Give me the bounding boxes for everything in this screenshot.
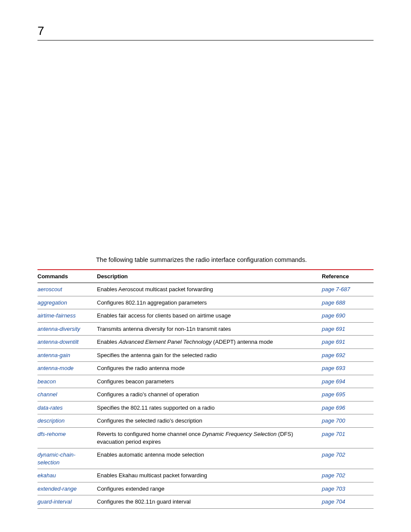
table-row: data-ratesSpecifies the 802.11 rates sup… <box>37 401 374 414</box>
description-cell: Configures the 802.11n guard interval <box>97 495 322 509</box>
command-cell: antenna-mode <box>37 362 97 375</box>
description-cell: Reverts to configured home channel once … <box>97 428 322 448</box>
command-cell: antenna-gain <box>37 348 97 362</box>
command-cell: channel <box>37 388 97 401</box>
table-row: channelConfigures a radio's channel of o… <box>37 388 374 401</box>
command-link[interactable]: airtime-fairness <box>37 312 76 319</box>
description-cell: Configures 802.11n aggregation parameter… <box>97 296 322 309</box>
reference-link[interactable]: page 703 <box>322 485 345 492</box>
reference-link[interactable]: page 7-687 <box>322 286 350 292</box>
table-row: guard-intervalConfigures the 802.11n gua… <box>37 495 374 509</box>
command-cell: dfs-rehome <box>37 428 97 448</box>
command-link[interactable]: dynamic-chain-selection <box>37 451 75 466</box>
command-link[interactable]: aggregation <box>37 299 67 306</box>
description-cell: Enables Advanced Element Panel Technolog… <box>97 336 322 349</box>
description-cell: Enables fair access for clients based on… <box>97 309 322 323</box>
command-cell: ekahau <box>37 469 97 482</box>
reference-cell: page 691 <box>322 322 374 336</box>
reference-link[interactable]: page 695 <box>322 391 345 398</box>
description-cell: Configures beacon parameters <box>97 375 322 388</box>
reference-cell: page 701 <box>322 428 374 448</box>
table-row: aeroscoutEnables Aeroscout multicast pac… <box>37 283 374 296</box>
command-cell: dynamic-chain-selection <box>37 448 97 469</box>
description-italic: Dynamic Frequency Selection <box>202 431 277 437</box>
description-cell: Specifies the antenna gain for the selec… <box>97 348 322 362</box>
reference-link[interactable]: page 702 <box>322 451 345 458</box>
command-cell: description <box>37 414 97 428</box>
command-link[interactable]: antenna-downtilt <box>37 339 78 345</box>
header-commands: Commands <box>37 270 97 283</box>
command-link[interactable]: dfs-rehome <box>37 431 66 437</box>
command-link[interactable]: data-rates <box>37 404 63 411</box>
command-link[interactable]: beacon <box>37 378 56 385</box>
reference-cell: page 702 <box>322 448 374 469</box>
reference-cell: page 695 <box>322 388 374 401</box>
description-cell: Transmits antenna diversity for non-11n … <box>97 322 322 336</box>
description-cell: Enables Aeroscout multicast packet forwa… <box>97 283 322 296</box>
description-cell: Configures the radio antenna mode <box>97 362 322 375</box>
table-row: antenna-gainSpecifies the antenna gain f… <box>37 348 374 362</box>
command-link[interactable]: antenna-gain <box>37 352 70 358</box>
command-cell: airtime-fairness <box>37 309 97 323</box>
header-reference: Reference <box>322 270 374 283</box>
reference-cell: page 691 <box>322 336 374 349</box>
command-cell: beacon <box>37 375 97 388</box>
description-cell: Configures the selected radio's descript… <box>97 414 322 428</box>
description-cell: Specifies the 802.11 rates supported on … <box>97 401 322 414</box>
command-cell: guard-interval <box>37 495 97 509</box>
table-header-row: Commands Description Reference <box>37 270 374 283</box>
command-link[interactable]: aeroscout <box>37 286 62 292</box>
reference-link[interactable]: page 690 <box>322 312 345 319</box>
reference-link[interactable]: page 691 <box>322 339 345 345</box>
reference-link[interactable]: page 701 <box>322 431 345 437</box>
reference-cell: page 688 <box>322 296 374 309</box>
reference-cell: page 692 <box>322 348 374 362</box>
description-cell: Configures extended range <box>97 482 322 495</box>
reference-cell: page 702 <box>322 469 374 482</box>
description-italic: Advanced Element Panel Technology <box>119 339 212 345</box>
reference-link[interactable]: page 693 <box>322 365 345 371</box>
command-link[interactable]: description <box>37 417 65 424</box>
reference-cell: page 704 <box>322 495 374 509</box>
reference-link[interactable]: page 702 <box>322 472 345 479</box>
header-rule <box>37 40 374 40</box>
command-link[interactable]: guard-interval <box>37 498 72 505</box>
reference-link[interactable]: page 688 <box>322 299 345 306</box>
table-row: beaconConfigures beacon parameterspage 6… <box>37 375 374 388</box>
intro-paragraph: The following table summarizes the radio… <box>96 256 307 263</box>
table-row: antenna-diversityTransmits antenna diver… <box>37 322 374 336</box>
command-link[interactable]: antenna-diversity <box>37 326 80 332</box>
description-cell: Enables automatic antenna mode selection <box>97 448 322 469</box>
reference-cell: page 696 <box>322 401 374 414</box>
reference-link[interactable]: page 696 <box>322 404 345 411</box>
reference-link[interactable]: page 700 <box>322 417 345 424</box>
description-cell: Enables Ekahau multicast packet forwardi… <box>97 469 322 482</box>
description-cell: Configures a radio's channel of operatio… <box>97 388 322 401</box>
table-row: extended-rangeConfigures extended rangep… <box>37 482 374 495</box>
reference-link[interactable]: page 692 <box>322 352 345 358</box>
command-link[interactable]: extended-range <box>37 485 77 492</box>
table-row: dfs-rehomeReverts to configured home cha… <box>37 428 374 448</box>
table-row: airtime-fairnessEnables fair access for … <box>37 309 374 323</box>
reference-cell: page 693 <box>322 362 374 375</box>
command-link[interactable]: channel <box>37 391 57 398</box>
table-row: aggregationConfigures 802.11n aggregatio… <box>37 296 374 309</box>
reference-link[interactable]: page 691 <box>322 326 345 332</box>
command-link[interactable]: ekahau <box>37 472 56 479</box>
command-cell: extended-range <box>37 482 97 495</box>
reference-cell: page 690 <box>322 309 374 323</box>
command-cell: antenna-diversity <box>37 322 97 336</box>
table-row: antenna-downtiltEnables Advanced Element… <box>37 336 374 349</box>
page-number: 7 <box>37 24 44 38</box>
table-row: dynamic-chain-selectionEnables automatic… <box>37 448 374 469</box>
command-link[interactable]: antenna-mode <box>37 365 74 371</box>
command-cell: antenna-downtilt <box>37 336 97 349</box>
reference-cell: page 7-687 <box>322 283 374 296</box>
command-cell: aeroscout <box>37 283 97 296</box>
header-description: Description <box>97 270 322 283</box>
reference-link[interactable]: page 704 <box>322 498 345 505</box>
table-row: antenna-modeConfigures the radio antenna… <box>37 362 374 375</box>
reference-cell: page 700 <box>322 414 374 428</box>
reference-link[interactable]: page 694 <box>322 378 345 385</box>
command-cell: aggregation <box>37 296 97 309</box>
